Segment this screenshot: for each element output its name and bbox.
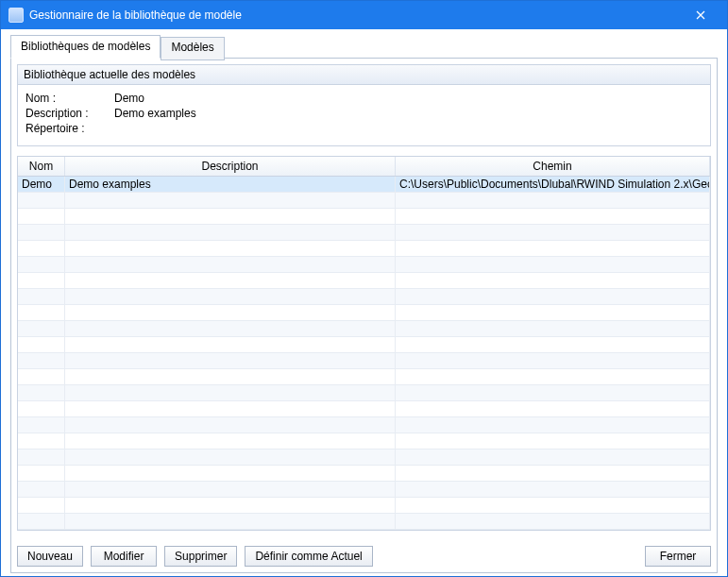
cell-path xyxy=(396,353,710,368)
table-row[interactable] xyxy=(18,417,710,433)
cell-description xyxy=(65,498,396,513)
cell-name xyxy=(18,193,65,208)
cell-path xyxy=(396,289,710,304)
table-row[interactable] xyxy=(18,498,710,514)
cell-description xyxy=(65,337,396,352)
cell-name xyxy=(18,289,65,304)
grid-body: DemoDemo examplesC:\Users\Public\Documen… xyxy=(18,177,710,530)
cell-path xyxy=(396,401,710,416)
cell-path xyxy=(396,433,710,449)
cell-description xyxy=(65,369,396,384)
cell-path xyxy=(396,498,710,513)
cell-description xyxy=(65,257,396,272)
col-header-description[interactable]: Description xyxy=(65,157,396,176)
cell-description xyxy=(65,353,396,368)
cell-name xyxy=(18,305,65,320)
cell-description xyxy=(65,433,396,449)
app-icon xyxy=(8,8,24,23)
table-row[interactable] xyxy=(18,257,710,273)
cell-name xyxy=(18,353,65,368)
table-row[interactable] xyxy=(18,305,710,321)
titlebar: Gestionnaire de la bibliothèque de modèl… xyxy=(1,1,727,29)
cell-path xyxy=(396,369,710,384)
cell-name xyxy=(18,498,65,513)
set-current-button[interactable]: Définir comme Actuel xyxy=(245,546,372,567)
value-directory xyxy=(114,122,703,135)
table-row[interactable] xyxy=(18,321,710,337)
table-row[interactable] xyxy=(18,401,710,417)
cell-path xyxy=(396,417,710,433)
cell-name xyxy=(18,514,65,529)
cell-path xyxy=(396,305,710,320)
cell-description xyxy=(65,273,396,288)
label-description: Description : xyxy=(25,107,110,120)
table-row[interactable] xyxy=(18,450,710,466)
spacer xyxy=(381,546,637,567)
cell-name xyxy=(18,273,65,288)
close-button[interactable] xyxy=(682,1,720,29)
table-row[interactable]: DemoDemo examplesC:\Users\Public\Documen… xyxy=(18,177,710,193)
table-row[interactable] xyxy=(18,289,710,305)
group-title: Bibliothèque actuelle des modèles xyxy=(18,65,710,85)
cell-path xyxy=(396,225,710,240)
cell-path xyxy=(396,241,710,256)
cell-name xyxy=(18,209,65,224)
cell-name xyxy=(18,401,65,416)
cell-description: Demo examples xyxy=(65,177,396,192)
cell-name xyxy=(18,385,65,400)
button-bar: Nouveau Modifier Supprimer Définir comme… xyxy=(17,540,711,567)
cell-path xyxy=(396,450,710,465)
cell-description xyxy=(65,514,396,529)
table-row[interactable] xyxy=(18,209,710,225)
cell-description xyxy=(65,482,396,497)
table-row[interactable] xyxy=(18,241,710,257)
table-row[interactable] xyxy=(18,337,710,353)
col-header-path[interactable]: Chemin xyxy=(396,157,710,176)
cell-path xyxy=(396,273,710,288)
cell-name xyxy=(18,337,65,352)
label-directory: Répertoire : xyxy=(25,122,110,135)
cell-description xyxy=(65,385,396,400)
tab-models[interactable]: Modèles xyxy=(161,37,224,60)
table-row[interactable] xyxy=(18,353,710,369)
table-row[interactable] xyxy=(18,225,710,241)
cell-path xyxy=(396,257,710,272)
table-row[interactable] xyxy=(18,273,710,289)
cell-name xyxy=(18,450,65,465)
cell-name xyxy=(18,417,65,433)
cell-description xyxy=(65,241,396,256)
value-description: Demo examples xyxy=(114,107,703,120)
grid-header: Nom Description Chemin xyxy=(18,157,710,177)
cell-description xyxy=(65,417,396,433)
col-header-name[interactable]: Nom xyxy=(18,157,65,176)
modify-button[interactable]: Modifier xyxy=(91,546,157,567)
cell-path xyxy=(396,209,710,224)
cell-name xyxy=(18,466,65,481)
cell-path: C:\Users\Public\Documents\Dlubal\RWIND S… xyxy=(396,177,710,192)
cell-description xyxy=(65,450,396,465)
close-dialog-button[interactable]: Fermer xyxy=(645,546,711,567)
cell-description xyxy=(65,193,396,208)
new-button[interactable]: Nouveau xyxy=(17,546,83,567)
client-area: Bibliothèques de modèles Modèles Bibliot… xyxy=(1,29,727,577)
table-row[interactable] xyxy=(18,193,710,209)
row-name: Nom : Demo xyxy=(25,91,703,106)
row-directory: Répertoire : xyxy=(25,121,703,136)
cell-path xyxy=(396,514,710,529)
cell-description xyxy=(65,289,396,304)
tab-panel-libraries: Bibliothèque actuelle des modèles Nom : … xyxy=(10,58,718,573)
table-row[interactable] xyxy=(18,482,710,498)
table-row[interactable] xyxy=(18,433,710,450)
cell-path xyxy=(396,321,710,336)
cell-path xyxy=(396,482,710,497)
table-row[interactable] xyxy=(18,514,710,530)
cell-path xyxy=(396,193,710,208)
delete-button[interactable]: Supprimer xyxy=(164,546,237,567)
cell-path xyxy=(396,385,710,400)
tab-libraries[interactable]: Bibliothèques de modèles xyxy=(10,35,161,59)
cell-path xyxy=(396,337,710,352)
table-row[interactable] xyxy=(18,385,710,401)
table-row[interactable] xyxy=(18,466,710,482)
cell-name xyxy=(18,369,65,384)
table-row[interactable] xyxy=(18,369,710,385)
